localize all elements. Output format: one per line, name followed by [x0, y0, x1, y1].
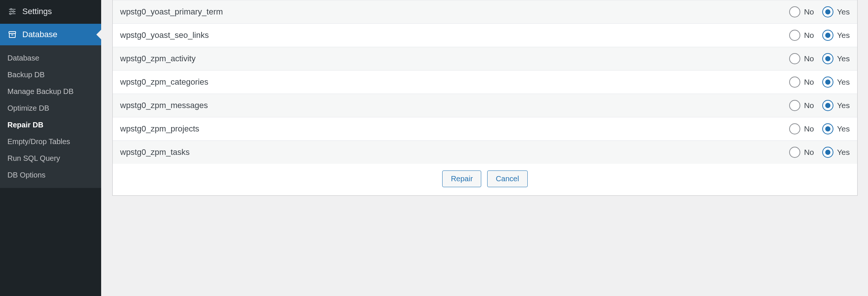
radio-no[interactable]: [789, 6, 800, 17]
radio-option-yes[interactable]: Yes: [822, 123, 850, 134]
table-name-cell: wpstg0_zpm_messages: [120, 101, 789, 110]
svg-point-3: [10, 9, 12, 10]
repair-options: NoYes: [789, 53, 850, 64]
radio-label-no: No: [804, 31, 814, 40]
sidebar-sub-db-options[interactable]: DB Options: [0, 167, 101, 183]
svg-rect-7: [9, 33, 15, 38]
sidebar-sub-backup-db[interactable]: Backup DB: [0, 66, 101, 83]
radio-label-no: No: [804, 148, 814, 157]
radio-yes[interactable]: [822, 77, 833, 88]
radio-no[interactable]: [789, 30, 800, 41]
radio-option-yes[interactable]: Yes: [822, 30, 850, 41]
table-row: wpstg0_zpm_projectsNoYes: [113, 117, 857, 140]
sidebar-sub-empty-drop-tables[interactable]: Empty/Drop Tables: [0, 133, 101, 150]
sidebar-active-label: Database: [22, 30, 57, 39]
sidebar-item-settings[interactable]: Settings: [0, 0, 101, 24]
sidebar-sub-manage-backup-db[interactable]: Manage Backup DB: [0, 83, 101, 100]
radio-label-yes: Yes: [837, 78, 850, 87]
radio-yes[interactable]: [822, 53, 833, 64]
repair-options: NoYes: [789, 6, 850, 17]
settings-sliders-icon: [7, 7, 17, 16]
radio-option-yes[interactable]: Yes: [822, 77, 850, 88]
actions-row: RepairCancel: [113, 164, 857, 195]
radio-option-no[interactable]: No: [789, 123, 814, 134]
radio-yes[interactable]: [822, 147, 833, 158]
radio-option-yes[interactable]: Yes: [822, 53, 850, 64]
radio-yes[interactable]: [822, 30, 833, 41]
sidebar-sub-optimize-db[interactable]: Optimize DB: [0, 100, 101, 117]
radio-label-no: No: [804, 101, 814, 110]
database-archive-icon: [7, 30, 17, 39]
radio-no[interactable]: [789, 147, 800, 158]
table-name-cell: wpstg0_yoast_primary_term: [120, 7, 789, 17]
table-row: wpstg0_yoast_seo_linksNoYes: [113, 23, 857, 47]
table-row: wpstg0_zpm_activityNoYes: [113, 47, 857, 70]
table-row: wpstg0_zpm_messagesNoYes: [113, 94, 857, 117]
sidebar-item-label: Settings: [22, 7, 52, 16]
radio-no[interactable]: [789, 53, 800, 64]
radio-option-no[interactable]: No: [789, 100, 814, 111]
radio-label-no: No: [804, 124, 814, 133]
radio-label-yes: Yes: [837, 7, 850, 16]
repair-button[interactable]: Repair: [442, 170, 481, 187]
repair-options: NoYes: [789, 100, 850, 111]
radio-option-no[interactable]: No: [789, 6, 814, 17]
table-row: wpstg0_zpm_categoriesNoYes: [113, 70, 857, 94]
radio-yes[interactable]: [822, 123, 833, 134]
table-name-cell: wpstg0_zpm_categories: [120, 77, 789, 87]
radio-option-yes[interactable]: Yes: [822, 100, 850, 111]
repair-options: NoYes: [789, 77, 850, 88]
sidebar-item-database[interactable]: Database: [0, 24, 101, 45]
radio-label-no: No: [804, 78, 814, 87]
radio-option-yes[interactable]: Yes: [822, 6, 850, 17]
radio-option-no[interactable]: No: [789, 77, 814, 88]
table-row: wpstg0_yoast_primary_termNoYes: [113, 0, 857, 23]
repair-options: NoYes: [789, 30, 850, 41]
table-name-cell: wpstg0_yoast_seo_links: [120, 30, 789, 40]
svg-point-5: [10, 13, 11, 14]
radio-label-yes: Yes: [837, 31, 850, 40]
radio-label-yes: Yes: [837, 148, 850, 157]
repair-options: NoYes: [789, 123, 850, 134]
tables-list: wpstg0_yoast_primary_termNoYeswpstg0_yoa…: [112, 0, 858, 196]
table-row: wpstg0_zpm_tasksNoYes: [113, 140, 857, 164]
radio-label-no: No: [804, 7, 814, 16]
radio-option-no[interactable]: No: [789, 147, 814, 158]
main-content: wpstg0_yoast_primary_termNoYeswpstg0_yoa…: [101, 0, 868, 296]
sidebar-submenu: Database Backup DB Manage Backup DB Opti…: [0, 45, 101, 188]
radio-no[interactable]: [789, 100, 800, 111]
radio-yes[interactable]: [822, 100, 833, 111]
radio-label-yes: Yes: [837, 54, 850, 63]
radio-yes[interactable]: [822, 6, 833, 17]
admin-sidebar: Settings Database Database Backup DB Man…: [0, 0, 101, 296]
radio-label-yes: Yes: [837, 124, 850, 133]
sidebar-sub-database[interactable]: Database: [0, 50, 101, 66]
radio-option-no[interactable]: No: [789, 53, 814, 64]
table-name-cell: wpstg0_zpm_activity: [120, 54, 789, 64]
table-name-cell: wpstg0_zpm_projects: [120, 124, 789, 134]
cancel-button[interactable]: Cancel: [487, 170, 527, 187]
sidebar-sub-repair-db[interactable]: Repair DB: [0, 117, 101, 133]
radio-option-yes[interactable]: Yes: [822, 147, 850, 158]
radio-option-no[interactable]: No: [789, 30, 814, 41]
table-name-cell: wpstg0_zpm_tasks: [120, 147, 789, 157]
svg-point-4: [13, 11, 14, 12]
radio-no[interactable]: [789, 123, 800, 134]
radio-no[interactable]: [789, 77, 800, 88]
radio-label-yes: Yes: [837, 101, 850, 110]
sidebar-sub-run-sql-query[interactable]: Run SQL Query: [0, 150, 101, 167]
repair-options: NoYes: [789, 147, 850, 158]
radio-label-no: No: [804, 54, 814, 63]
